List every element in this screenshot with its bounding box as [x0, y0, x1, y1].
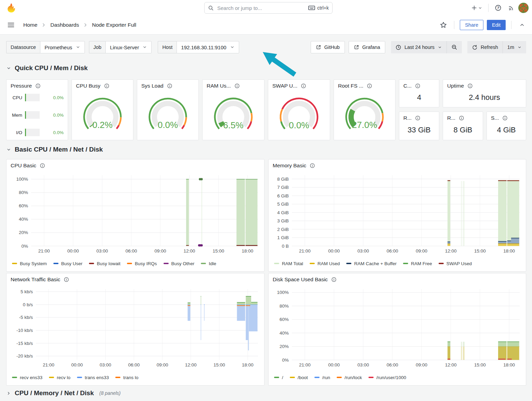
legend-item[interactable]: recv ens33	[12, 375, 42, 380]
swap-used-gauge: 0.0%	[271, 91, 327, 139]
refresh-interval-select[interactable]: 1m	[503, 41, 526, 53]
legend-item[interactable]: Busy Iowait	[89, 261, 120, 266]
section-quick-cpu-mem-disk[interactable]: Quick CPU / Mem / Disk	[6, 64, 88, 72]
legend-item[interactable]: trans lo	[115, 375, 138, 380]
info-icon[interactable]	[167, 83, 172, 89]
legend-swatch	[314, 377, 320, 378]
section-basic-cpu-mem-net-disk[interactable]: Basic CPU / Mem / Net / Disk	[6, 146, 103, 153]
svg-text:06:00: 06:00	[126, 248, 137, 254]
panel-title[interactable]: Network Traffic Basic	[11, 276, 60, 283]
zoom-out-button[interactable]	[447, 41, 462, 53]
menu-toggle-icon[interactable]	[7, 21, 15, 29]
legend-item[interactable]: RAM Free	[403, 261, 432, 266]
memory-basic-plot[interactable]: 21:0000:0003:0006:0009:0012:0015:0018:00…	[272, 172, 522, 255]
panel-title[interactable]: Memory Basic	[273, 163, 306, 169]
info-icon[interactable]	[415, 115, 420, 121]
share-button[interactable]: Share	[460, 20, 483, 30]
panel-title[interactable]: Pressure	[11, 83, 32, 89]
info-icon[interactable]	[40, 163, 45, 168]
search-input[interactable]	[217, 5, 306, 11]
section-cpu-memory-net-disk[interactable]: CPU / Memory / Net / Disk (8 panels)	[6, 389, 121, 397]
panel-title[interactable]: CPU Busy	[76, 83, 101, 89]
legend-item[interactable]: trans ens33	[77, 375, 109, 380]
grafana-dashboard: ctrl+k ?	[0, 0, 532, 401]
panel-title[interactable]: Root FS ...	[338, 83, 363, 89]
info-icon[interactable]	[104, 83, 109, 89]
external-link-icon	[316, 44, 321, 50]
svg-text:09:00: 09:00	[155, 248, 166, 254]
legend-item[interactable]: /boot	[290, 375, 308, 380]
legend-item[interactable]: recv lo	[49, 375, 70, 380]
svg-text:06:00: 06:00	[128, 362, 140, 367]
collapse-toolbar-button[interactable]	[517, 20, 527, 30]
panel-title[interactable]: R...	[403, 115, 412, 121]
info-icon[interactable]	[467, 83, 473, 89]
panel-swap-total: S... 4 GiB	[486, 112, 526, 140]
legend-item[interactable]: /run/user/1000	[368, 375, 406, 380]
job-select[interactable]: Linux-Server	[105, 41, 152, 53]
variable-label: Datasource	[6, 41, 40, 53]
legend-swatch	[274, 377, 279, 378]
panel-title[interactable]: RAM Us...	[207, 83, 231, 89]
svg-text:18:00: 18:00	[242, 362, 254, 367]
legend-item[interactable]: Busy User	[53, 261, 82, 266]
legend-item[interactable]: Idle	[201, 261, 216, 266]
edit-button[interactable]: Edit	[487, 20, 506, 30]
info-icon[interactable]	[367, 83, 372, 89]
github-link-button[interactable]: GitHub	[311, 41, 345, 53]
panel-title[interactable]: C...	[403, 83, 412, 89]
host-select[interactable]: 192.168.30.11:9100	[177, 41, 239, 53]
legend-label: recv ens33	[20, 375, 42, 380]
panel-pressure: Pressure CPU 0.0% Mem 0.0% I/O 0.0%	[6, 79, 68, 140]
new-button[interactable]	[470, 2, 484, 13]
panel-title[interactable]: R...	[447, 115, 455, 121]
legend-swatch	[12, 377, 17, 378]
legend-item[interactable]: /run	[314, 375, 330, 380]
legend-item[interactable]: Busy System	[12, 261, 47, 266]
datasource-select[interactable]: Prometheus	[40, 41, 85, 53]
info-icon[interactable]	[310, 163, 315, 168]
legend-item[interactable]: Busy Other	[164, 261, 195, 266]
legend-item[interactable]: RAM Used	[310, 261, 340, 266]
help-button[interactable]: ?	[493, 2, 503, 13]
info-icon[interactable]	[234, 83, 240, 89]
pressure-label: I/O	[10, 130, 22, 135]
user-avatar[interactable]	[518, 3, 529, 13]
favorite-button[interactable]	[438, 20, 449, 30]
legend-label: /run/user/1000	[376, 375, 406, 380]
panel-title[interactable]: CPU Basic	[11, 163, 36, 169]
info-icon[interactable]	[64, 277, 69, 282]
legend-item[interactable]: RAM Cache + Buffer	[346, 261, 397, 266]
legend-item[interactable]: RAM Total	[274, 261, 303, 266]
pressure-bar	[25, 94, 40, 101]
legend-item[interactable]: Busy IRQs	[127, 261, 157, 266]
info-icon[interactable]	[35, 83, 41, 89]
grafana-link-button[interactable]: Grafana	[349, 41, 385, 53]
search-box[interactable]: ctrl+k	[204, 2, 333, 14]
info-icon[interactable]	[502, 115, 508, 121]
panel-title[interactable]: Uptime	[447, 83, 464, 89]
info-icon[interactable]	[415, 83, 420, 89]
cpu-basic-plot[interactable]: 21:0000:0003:0006:0009:0012:0015:0018:00…	[10, 172, 261, 255]
panel-title[interactable]: S...	[491, 115, 499, 121]
news-button[interactable]	[506, 2, 516, 13]
disk-space-plot[interactable]: 21:0000:0003:0006:0009:0012:0015:0018:00…	[272, 286, 522, 369]
time-range-picker[interactable]: Last 24 hours	[391, 41, 446, 53]
panel-title[interactable]: Disk Space Used Basic	[273, 276, 328, 283]
breadcrumb-home[interactable]: Home	[23, 22, 37, 28]
legend-item[interactable]: SWAP Used	[439, 261, 472, 266]
breadcrumb-dashboards[interactable]: Dashboards	[50, 22, 79, 28]
svg-text:0.0%: 0.0%	[289, 120, 309, 130]
svg-text:15:00: 15:00	[213, 362, 225, 367]
panel-title[interactable]: SWAP U...	[272, 83, 297, 89]
refresh-button[interactable]: Refresh	[467, 41, 503, 53]
grafana-logo-icon[interactable]	[6, 3, 16, 13]
legend-item[interactable]: /run/lock	[337, 375, 362, 380]
panel-title[interactable]: Sys Load	[141, 83, 164, 89]
network-traffic-plot[interactable]: 21:0000:0003:0006:0009:0012:0015:0018:00…	[10, 286, 261, 369]
legend-swatch	[164, 263, 169, 264]
legend-item[interactable]: /	[274, 375, 283, 380]
info-icon[interactable]	[301, 83, 306, 89]
info-icon[interactable]	[459, 115, 464, 121]
info-icon[interactable]	[331, 277, 337, 282]
